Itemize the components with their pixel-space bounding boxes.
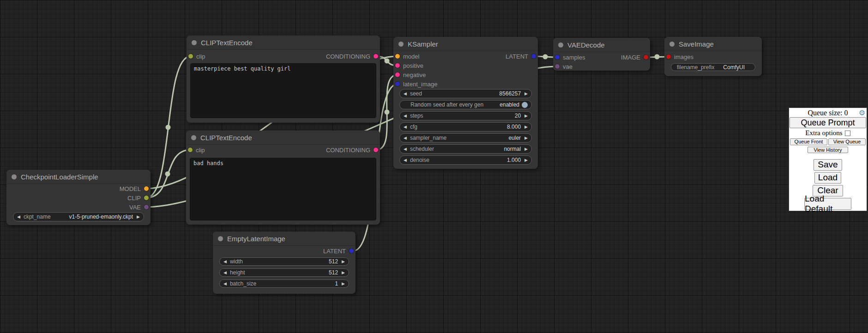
node-titlebar[interactable]: EmptyLatentImage xyxy=(213,232,356,246)
node-ksampler[interactable]: KSampler model positive negative latent_… xyxy=(393,37,538,169)
input-slot-clip[interactable]: clip xyxy=(188,146,205,154)
slot-dot-clip[interactable] xyxy=(188,148,193,152)
input-slot-model[interactable]: model xyxy=(395,53,419,60)
widget-sampler-name[interactable]: ◀ sampler_name euler ▶ xyxy=(399,133,532,143)
collapse-dot-icon[interactable] xyxy=(398,42,404,47)
slot-dot-latent[interactable] xyxy=(531,54,536,59)
slot-dot-latent[interactable] xyxy=(555,55,560,59)
increment-arrow-icon[interactable]: ▶ xyxy=(342,260,345,264)
collapse-dot-icon[interactable] xyxy=(192,40,197,45)
collapse-dot-icon[interactable] xyxy=(558,42,563,48)
slot-dot-clip[interactable] xyxy=(144,196,149,200)
view-history-button[interactable]: View History xyxy=(808,147,848,153)
widget-seed[interactable]: ◀ seed 8566257 ▶ xyxy=(399,89,532,98)
input-slot-images[interactable]: images xyxy=(666,53,693,60)
slot-dot-latent[interactable] xyxy=(349,249,354,253)
extra-options-checkbox[interactable] xyxy=(845,131,850,136)
output-slot-latent[interactable]: LATENT xyxy=(323,247,354,255)
widget-width[interactable]: ◀ width 512 ▶ xyxy=(219,257,349,266)
slot-dot-clip[interactable] xyxy=(188,54,193,59)
output-slot-image[interactable]: IMAGE xyxy=(621,54,648,61)
node-titlebar[interactable]: VAEDecode xyxy=(553,38,650,52)
slot-dot-latent[interactable] xyxy=(395,82,400,86)
output-slot-conditioning[interactable]: CONDITIONING xyxy=(326,53,378,60)
node-save-image[interactable]: SaveImage images filename_prefix ComfyUI xyxy=(664,37,762,76)
slot-dot-image[interactable] xyxy=(666,54,671,59)
load-button[interactable]: Load xyxy=(814,172,841,184)
save-button[interactable]: Save xyxy=(814,159,842,171)
decrement-arrow-icon[interactable]: ◀ xyxy=(404,125,407,129)
input-slot-vae[interactable]: vae xyxy=(555,63,573,70)
decrement-arrow-icon[interactable]: ◀ xyxy=(404,92,407,96)
increment-arrow-icon[interactable]: ▶ xyxy=(524,92,528,96)
increment-arrow-icon[interactable]: ▶ xyxy=(524,147,528,151)
widget-cfg[interactable]: ◀ cfg 8.000 ▶ xyxy=(399,122,532,131)
node-clip-text-encode-positive[interactable]: CLIPTextEncode clip CONDITIONING masterp… xyxy=(187,36,380,123)
input-slot-negative[interactable]: negative xyxy=(395,71,426,78)
slot-dot-model[interactable] xyxy=(144,186,149,191)
view-queue-button[interactable]: View Queue xyxy=(828,138,866,145)
decrement-arrow-icon[interactable]: ◀ xyxy=(404,147,407,151)
decrement-arrow-icon[interactable]: ◀ xyxy=(404,136,407,140)
output-slot-clip[interactable]: CLIP xyxy=(127,194,149,202)
load-default-button[interactable]: Load Default xyxy=(804,198,851,210)
slot-dot-vae[interactable] xyxy=(555,64,560,69)
slot-dot-conditioning[interactable] xyxy=(374,148,378,152)
input-slot-samples[interactable]: samples xyxy=(555,54,585,61)
node-clip-text-encode-negative[interactable]: CLIPTextEncode clip CONDITIONING bad han… xyxy=(186,131,380,225)
increment-arrow-icon[interactable]: ▶ xyxy=(137,215,140,219)
slot-dot-model[interactable] xyxy=(395,54,400,59)
node-vae-decode[interactable]: VAEDecode samples vae IMAGE xyxy=(553,38,650,71)
increment-arrow-icon[interactable]: ▶ xyxy=(524,114,528,118)
widget-denoise[interactable]: ◀ denoise 1.000 ▶ xyxy=(399,155,532,165)
output-slot-model[interactable]: MODEL xyxy=(120,185,149,192)
slot-dot-conditioning[interactable] xyxy=(395,63,400,68)
node-titlebar[interactable]: SaveImage xyxy=(664,37,762,51)
widget-scheduler[interactable]: ◀ scheduler normal ▶ xyxy=(399,144,532,154)
slot-dot-image[interactable] xyxy=(644,55,648,59)
collapse-dot-icon[interactable] xyxy=(12,174,17,179)
slot-dot-conditioning[interactable] xyxy=(395,72,400,77)
input-slot-latent-image[interactable]: latent_image xyxy=(395,80,437,88)
widget-batch-size[interactable]: ◀ batch_size 1 ▶ xyxy=(219,279,349,288)
node-titlebar[interactable]: CLIPTextEncode xyxy=(186,131,380,145)
increment-arrow-icon[interactable]: ▶ xyxy=(342,271,345,275)
widget-filename-prefix[interactable]: filename_prefix ComfyUI xyxy=(671,63,755,71)
prompt-textarea[interactable]: bad hands xyxy=(190,158,376,220)
input-slot-positive[interactable]: positive xyxy=(395,62,423,69)
increment-arrow-icon[interactable]: ▶ xyxy=(524,136,528,140)
node-empty-latent-image[interactable]: EmptyLatentImage LATENT ◀ width 512 ▶ ◀ … xyxy=(213,232,356,294)
output-slot-conditioning[interactable]: CONDITIONING xyxy=(326,146,378,154)
decrement-arrow-icon[interactable]: ◀ xyxy=(223,282,227,286)
slot-dot-vae[interactable] xyxy=(144,205,149,209)
node-titlebar[interactable]: CLIPTextEncode xyxy=(187,36,380,50)
toggle-enabled-icon[interactable] xyxy=(522,102,528,108)
output-slot-latent[interactable]: LATENT xyxy=(506,53,536,60)
collapse-dot-icon[interactable] xyxy=(669,42,675,47)
increment-arrow-icon[interactable]: ▶ xyxy=(524,158,528,162)
collapse-dot-icon[interactable] xyxy=(218,236,223,241)
decrement-arrow-icon[interactable]: ◀ xyxy=(17,215,20,219)
node-titlebar[interactable]: KSampler xyxy=(393,37,538,51)
widget-label: height xyxy=(230,269,245,276)
widget-random-seed-toggle[interactable]: Random seed after every gen enabled xyxy=(399,100,532,109)
prompt-textarea[interactable]: masterpiece best quality girl xyxy=(190,63,376,118)
slot-dot-conditioning[interactable] xyxy=(374,54,378,59)
widget-steps[interactable]: ◀ steps 20 ▶ xyxy=(399,111,532,120)
node-checkpoint-loader[interactable]: CheckpointLoaderSimple MODEL CLIP VAE ◀ … xyxy=(6,170,151,225)
widget-height[interactable]: ◀ height 512 ▶ xyxy=(219,268,349,277)
increment-arrow-icon[interactable]: ▶ xyxy=(524,125,528,129)
decrement-arrow-icon[interactable]: ◀ xyxy=(404,158,407,162)
collapse-dot-icon[interactable] xyxy=(191,135,196,140)
decrement-arrow-icon[interactable]: ◀ xyxy=(223,260,227,264)
widget-ckpt-name[interactable]: ◀ ckpt_name v1-5-pruned-emaonly.ckpt ▶ xyxy=(13,212,144,221)
queue-front-button[interactable]: Queue Front xyxy=(790,138,827,145)
node-titlebar[interactable]: CheckpointLoaderSimple xyxy=(6,170,151,184)
settings-gear-icon[interactable]: ⚙ xyxy=(859,108,865,117)
decrement-arrow-icon[interactable]: ◀ xyxy=(223,271,227,275)
increment-arrow-icon[interactable]: ▶ xyxy=(342,282,345,286)
input-slot-clip[interactable]: clip xyxy=(188,53,205,60)
queue-prompt-button[interactable]: Queue Prompt xyxy=(790,117,866,128)
output-slot-vae[interactable]: VAE xyxy=(129,203,149,211)
decrement-arrow-icon[interactable]: ◀ xyxy=(404,114,407,118)
